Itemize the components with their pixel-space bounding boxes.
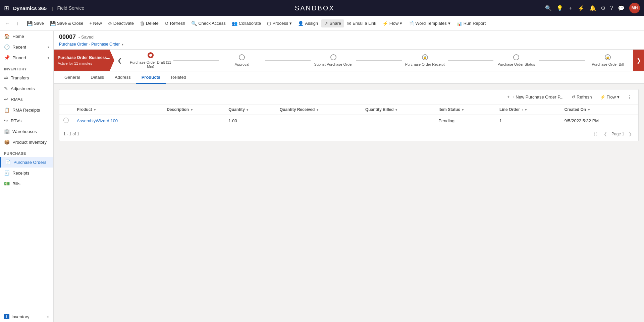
email-link-button[interactable]: ✉ Email a Link [344,19,379,27]
sidebar-item-recent[interactable]: 🕐 Recent ▾ [0,42,53,52]
col-qty-billed-label: Quantity Billed [365,107,394,112]
stage-submit-label: Submit Purchase Order [314,62,353,66]
breadcrumb-link[interactable]: Purchase Order [91,42,120,47]
products-subgrid: ＋ + New Purchase Order P... ↺ Refresh ⚡ … [59,89,639,141]
forward-button[interactable]: ↑ [13,19,22,28]
avatar[interactable]: MH [629,3,640,13]
col-item-status[interactable]: Item Status ▾ [434,105,495,115]
new-button[interactable]: + New [87,19,104,27]
stage-submit[interactable]: Submit Purchase Order [311,54,356,66]
col-quantity-billed[interactable]: Quantity Billed ▾ [361,105,434,115]
share-button[interactable]: ↗ Share [321,19,344,27]
sidebar-item-rma-receipts[interactable]: 📋 RMA Receipts [0,105,53,115]
sidebar-item-pinned[interactable]: 📌 Pinned ▾ [0,52,53,63]
row-checkbox[interactable] [63,118,69,123]
check-access-label: Check Access [198,21,226,26]
delete-button[interactable]: 🗑 Delete [137,19,161,27]
chat-icon[interactable]: 💬 [618,5,625,11]
sidebar-item-bills[interactable]: 💵 Bills [0,178,53,189]
deactivate-button[interactable]: ⊘ Deactivate [105,19,137,27]
new-purchase-order-product-button[interactable]: ＋ + New Purchase Order P... [503,92,566,101]
collaborate-button[interactable]: 👥 Collaborate [229,19,264,27]
subgrid-flow-button[interactable]: ⚡ Flow ▾ [597,93,622,101]
stage-status[interactable]: Purchase Order Status [493,54,539,66]
process-button[interactable]: ⬡ Process ▾ [264,19,294,27]
tab-general-label: General [64,75,80,80]
tab-details[interactable]: Details [85,71,109,84]
breadcrumb-dropdown-icon[interactable]: ▾ [122,43,123,46]
stage-approval[interactable]: Approval [219,54,265,66]
col-product[interactable]: Product ▾ [73,105,163,115]
run-report-button[interactable]: 📊 Run Report [454,19,488,27]
check-access-button[interactable]: 🔍 Check Access [189,19,228,27]
sidebar-item-home[interactable]: 🏠 Home [0,31,53,42]
inventory-section-label: Inventory [0,64,53,72]
back-button[interactable]: ← [3,19,12,28]
col-line-order[interactable]: Line Order ↑ ▾ [495,105,560,115]
filter-icon[interactable]: ⚡ [578,5,585,11]
col-quantity[interactable]: Quantity ▾ [224,105,275,115]
sidebar-item-warehouses[interactable]: 🏢 Warehouses [0,126,53,137]
assign-label: Assign [305,21,318,26]
deactivate-icon: ⊘ [108,21,112,26]
question-icon[interactable]: ? [610,5,613,11]
tab-products[interactable]: Products [136,71,166,84]
subgrid-refresh-button[interactable]: ↺ Refresh [569,93,595,101]
check-access-icon: 🔍 [191,21,197,26]
stage-line-1 [173,60,219,61]
sidebar-item-product-inventory[interactable]: 📦 Product Inventory [0,137,53,147]
sidebar-item-rmas[interactable]: ↩ RMAs [0,94,53,105]
new-label: + New [89,21,102,26]
sidebar-item-adjustments[interactable]: ✎ Adjustments [0,83,53,94]
sidebar-item-receipts[interactable]: 🧾 Receipts [0,168,53,178]
bell-icon[interactable]: 🔔 [589,5,596,11]
subgrid-flow-dropdown: ▾ [617,94,620,100]
save-close-button[interactable]: 💾 Save & Close [47,19,86,27]
tab-general[interactable]: General [59,71,85,84]
flow-button[interactable]: ⚡ Flow ▾ [380,19,405,27]
sidebar-bills-label: Bills [12,181,20,186]
flow-dropdown-icon: ▾ [400,21,402,26]
sidebar-recent-label: Recent [12,45,26,50]
sidebar-bottom-inventory[interactable]: I Inventory ◇ [0,311,53,322]
product-link[interactable]: AssemblyWizard 100 [77,118,118,123]
stage-draft-label: Purchase Order Draft (11 Min) [128,60,173,68]
grid-menu-icon[interactable]: ⊞ [4,4,9,12]
stage-bill-label: Purchase Order Bill [592,62,624,66]
process-prev-button[interactable]: ❮ [114,50,125,71]
refresh-button[interactable]: ↺ Refresh [162,19,188,27]
word-templates-button[interactable]: 📄 Word Templates ▾ [406,19,453,27]
breadcrumb-type[interactable]: Purchase Order [59,42,88,47]
sidebar-item-rtvs[interactable]: ↪ RTVs [0,115,53,126]
process-label: Process [272,21,288,26]
sidebar-item-purchase-orders[interactable]: 📄 Purchase Orders [0,157,53,168]
lightbulb-icon[interactable]: 💡 [556,5,563,11]
subgrid-more-button[interactable]: ⋮ [625,92,634,102]
save-button[interactable]: 💾 Save [24,19,47,27]
tab-address[interactable]: Address [109,71,136,84]
next-page-button[interactable]: ❯ [626,130,634,138]
stage-bill[interactable]: Purchase Order Bill [585,54,631,66]
col-created-on[interactable]: Created On ▾ [560,105,639,115]
active-stage[interactable]: Purchase Order Business... Active for 11… [54,50,114,71]
cell-quantity: 1.00 [224,115,275,127]
stage-receipt[interactable]: Purchase Order Receipt [402,54,448,66]
first-page-button[interactable]: ⟨⟨ [591,130,599,138]
col-description[interactable]: Description ▾ [163,105,224,115]
pinned-expand-icon: ▾ [48,56,49,60]
process-next-button[interactable]: ❯ [633,50,644,71]
col-quantity-received[interactable]: Quantity Received ▾ [276,105,361,115]
plus-icon[interactable]: ＋ [568,5,573,12]
subgrid-footer: 1 - 1 of 1 ⟨⟨ ❮ Page 1 ❯ [59,127,638,141]
stage-draft[interactable]: Purchase Order Draft (11 Min) [128,52,173,68]
pinned-icon: 📌 [4,55,10,60]
sidebar-item-transfers[interactable]: ⇄ Transfers [0,72,53,83]
assign-button[interactable]: 👤 Assign [295,19,321,27]
settings-icon[interactable]: ⚙ [601,5,605,11]
process-icon: ⬡ [267,21,271,26]
col-quantity-label: Quantity [228,107,245,112]
assign-icon: 👤 [298,21,304,26]
search-icon[interactable]: 🔍 [545,5,552,11]
prev-page-button[interactable]: ❮ [601,130,609,138]
tab-related[interactable]: Related [166,71,192,84]
